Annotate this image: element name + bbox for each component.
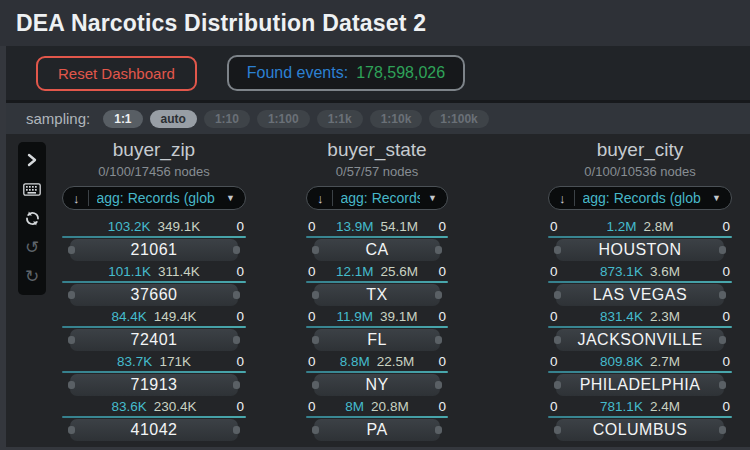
category-bar[interactable]: 37660 (70, 284, 238, 306)
filtered-count: 11.9M (336, 309, 373, 324)
histogram-column-buyer_city: buyer_city0/100/10536 nodes↓agg: Records… (548, 139, 732, 444)
sampling-option-11[interactable]: 1:1 (103, 110, 142, 128)
category-bar[interactable]: FL (314, 329, 440, 351)
value-range-track (548, 236, 732, 238)
aggregation-dropdown[interactable]: ↓agg: Records (glob▼ (548, 186, 732, 210)
found-events-value: 178,598,026 (356, 64, 445, 82)
histogram-row: 101.1K311.4K037660 (62, 264, 246, 306)
histogram-row: 011.9M39.1M0FL (306, 309, 448, 351)
histogram-row: 103.2K349.1K021061 (62, 219, 246, 261)
undo-icon[interactable]: ↺ (23, 238, 41, 256)
category-bar[interactable]: PHILADELPHIA (556, 374, 724, 396)
histogram-row: 0781.1K2.4M0COLUMBUS (548, 399, 732, 441)
category-bar[interactable]: LAS VEGAS (556, 284, 724, 306)
sampling-label: sampling: (26, 110, 90, 127)
row-values: 84.4K149.4K0 (62, 309, 246, 325)
selected-count: 0 (436, 399, 446, 414)
min-value: 0 (308, 399, 318, 414)
category-bar[interactable]: NY (314, 374, 440, 396)
sort-descending-icon[interactable]: ↓ (73, 191, 80, 206)
filtered-count: 12.1M (336, 264, 374, 279)
keyboard-icon[interactable] (23, 180, 41, 198)
global-count: 149.4K (154, 309, 197, 324)
histogram-row: 84.4K149.4K072401 (62, 309, 246, 351)
histogram-row: 01.2M2.8M0HOUSTON (548, 219, 732, 261)
dashboard-toolbar: Reset Dashboard Found events: 178,598,02… (6, 46, 750, 103)
category-label: TX (366, 286, 387, 304)
value-range-track (306, 371, 448, 373)
global-count: 2.3M (650, 309, 680, 324)
aggregation-dropdown[interactable]: ↓agg: Records (glob▼ (62, 186, 246, 210)
category-bar[interactable]: JACKSONVILLE (556, 329, 724, 351)
reset-dashboard-button[interactable]: Reset Dashboard (36, 56, 197, 91)
global-count: 22.5M (377, 354, 415, 369)
histogram-row: 0873.1K3.6M0LAS VEGAS (548, 264, 732, 306)
histogram-row: 013.9M54.1M0CA (306, 219, 448, 261)
filtered-count: 8M (345, 399, 364, 414)
histogram-column-buyer_state: buyer_state0/57/57 nodes↓agg: Records (g… (306, 139, 448, 444)
redo-icon[interactable]: ↻ (23, 267, 41, 285)
aggregation-label: agg: Records (glob (583, 190, 705, 206)
category-label: COLUMBUS (593, 421, 688, 439)
row-values: 08M20.8M0 (306, 399, 448, 415)
category-bar[interactable]: PA (314, 419, 440, 441)
histogram-columns: buyer_zip0/100/17456 nodes↓agg: Records … (6, 134, 750, 444)
min-value: 0 (308, 219, 318, 234)
sampling-option-1100k[interactable]: 1:100k (429, 110, 488, 128)
global-count: 349.1K (158, 219, 201, 234)
category-bar[interactable]: 72401 (70, 329, 238, 351)
sampling-option-110k[interactable]: 1:10k (370, 110, 423, 128)
global-count: 311.4K (158, 264, 200, 279)
histogram-column-buyer_zip: buyer_zip0/100/17456 nodes↓agg: Records … (62, 139, 246, 444)
column-title: buyer_state (306, 139, 448, 161)
category-bar[interactable]: COLUMBUS (556, 419, 724, 441)
selected-count: 0 (720, 399, 730, 414)
category-bar[interactable]: 41042 (70, 419, 238, 441)
category-label: 72401 (131, 331, 178, 349)
min-value: 0 (550, 264, 560, 279)
sort-descending-icon[interactable]: ↓ (317, 191, 324, 206)
category-bar[interactable]: CA (314, 239, 440, 261)
column-node-counts: 0/100/10536 nodes (548, 164, 732, 179)
selected-count: 0 (720, 219, 730, 234)
category-bar[interactable]: 71913 (70, 374, 238, 396)
value-range-track (306, 281, 448, 283)
filtered-count: 873.1K (600, 264, 643, 279)
sampling-option-1100[interactable]: 1:100 (257, 110, 310, 128)
selected-count: 0 (436, 309, 446, 324)
value-range-track (62, 326, 246, 328)
filtered-count: 83.6K (111, 399, 146, 414)
global-count: 54.1M (381, 219, 419, 234)
category-bar[interactable]: 21061 (70, 239, 238, 261)
selected-count: 0 (436, 264, 446, 279)
category-label: FL (367, 331, 387, 349)
category-bar[interactable]: HOUSTON (556, 239, 724, 261)
filtered-count: 103.2K (108, 219, 151, 234)
category-label: 71913 (131, 376, 178, 394)
expand-chevron-icon[interactable] (23, 151, 41, 169)
category-label: JACKSONVILLE (577, 331, 702, 349)
sampling-option-11k[interactable]: 1:1k (317, 110, 363, 128)
row-values: 012.1M25.6M0 (306, 264, 448, 280)
category-label: PA (366, 421, 387, 439)
global-count: 230.4K (154, 399, 197, 414)
sort-descending-icon[interactable]: ↓ (559, 191, 566, 206)
refresh-icon[interactable] (23, 209, 41, 227)
histogram-row: 08M20.8M0PA (306, 399, 448, 441)
sampling-option-110[interactable]: 1:10 (204, 110, 250, 128)
row-values: 011.9M39.1M0 (306, 309, 448, 325)
histogram-panel: ↺ ↻ buyer_zip0/100/17456 nodes↓agg: Reco… (6, 134, 750, 447)
min-value: 0 (308, 309, 318, 324)
histogram-row: 83.6K230.4K041042 (62, 399, 246, 441)
category-label: NY (365, 376, 388, 394)
sampling-option-auto[interactable]: auto (150, 110, 197, 128)
selected-count: 0 (436, 354, 446, 369)
aggregation-dropdown[interactable]: ↓agg: Records (glob▼ (306, 186, 448, 210)
category-bar[interactable]: TX (314, 284, 440, 306)
filtered-count: 101.1K (108, 264, 151, 279)
histogram-rows: 103.2K349.1K021061101.1K311.4K03766084.4… (62, 219, 246, 441)
column-title: buyer_zip (62, 139, 246, 161)
value-range-track (548, 416, 732, 418)
chevron-down-icon: ▼ (226, 193, 235, 203)
found-events-box: Found events: 178,598,026 (227, 55, 465, 91)
